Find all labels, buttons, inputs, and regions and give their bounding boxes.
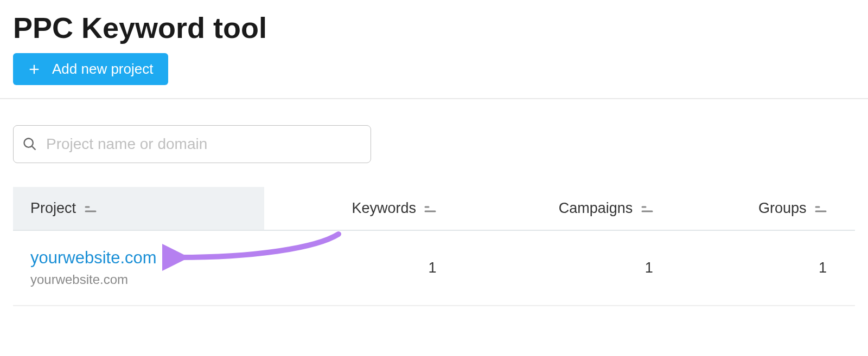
column-header-keywords[interactable]: Keywords (264, 187, 465, 230)
table-row: yourwebsite.com yourwebsite.com (13, 230, 855, 306)
column-header-project-label: Project (30, 200, 76, 216)
column-header-groups[interactable]: Groups (681, 187, 855, 230)
search-input[interactable] (46, 135, 362, 153)
svg-line-3 (32, 146, 35, 150)
cell-groups: 1 (681, 230, 855, 306)
table-header-row: Project Keywords (13, 187, 855, 230)
plus-icon (28, 63, 40, 75)
sort-icon (815, 205, 827, 213)
sort-icon (641, 205, 653, 213)
cell-keywords: 1 (264, 230, 465, 306)
sort-icon (424, 205, 436, 213)
svg-point-2 (24, 139, 33, 147)
column-header-campaigns[interactable]: Campaigns (464, 187, 681, 230)
search-icon (22, 137, 37, 152)
column-header-campaigns-label: Campaigns (559, 200, 633, 216)
column-header-keywords-label: Keywords (352, 200, 416, 216)
project-domain-label: yourwebsite.com (30, 272, 128, 287)
projects-table: Project Keywords (13, 187, 855, 306)
project-search-box[interactable] (13, 125, 371, 163)
add-new-project-button[interactable]: Add new project (13, 53, 168, 85)
column-header-groups-label: Groups (758, 200, 807, 216)
page-title: PPC Keyword tool (0, 0, 868, 53)
add-project-button-label: Add new project (52, 61, 153, 77)
column-header-project[interactable]: Project (13, 187, 264, 230)
project-name-link[interactable]: yourwebsite.com (30, 248, 157, 268)
sort-icon (85, 205, 97, 213)
cell-campaigns: 1 (464, 230, 681, 306)
